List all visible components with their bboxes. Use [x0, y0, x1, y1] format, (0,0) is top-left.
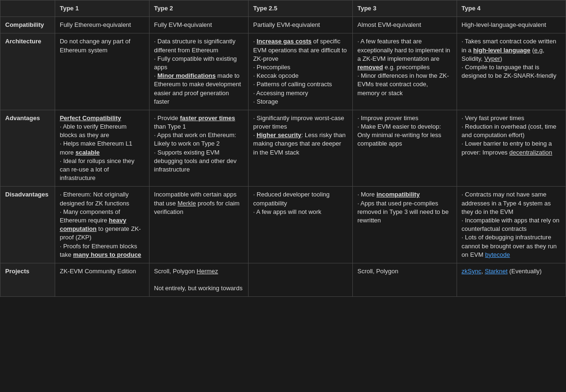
cell-1-3: · A few features that are exceptionally … [352, 33, 457, 110]
cell-4-1: Scroll, Polygon HermezNot entirely, but … [149, 263, 248, 297]
cell-1-1: · Data structure is significantly differ… [149, 33, 248, 110]
row-label-2: Advantages [0, 110, 55, 187]
table-row: Disadvantages· Ethereum: Not originally … [0, 187, 566, 263]
cell-3-4: · Contracts may not have same addresses … [457, 187, 566, 263]
cell-0-0: Fully Ethereum-equivalent [55, 17, 149, 33]
row-label-4: Projects [0, 263, 55, 297]
cell-2-2: · Significantly improve worst-case prove… [248, 110, 352, 187]
header-type-1: Type 1 [55, 0, 149, 17]
header-type-5: Type 4 [457, 0, 566, 17]
cell-2-0: Perfect Compatibility· Able to verify Et… [55, 110, 149, 187]
table-row: CompatibilityFully Ethereum-equivalentFu… [0, 17, 566, 33]
cell-3-2: · Reduced developer tooling compatibilit… [248, 187, 352, 263]
table-row: ArchitectureDo not change any part of Et… [0, 33, 566, 110]
cell-4-4: zkSync, Starknet (Eventually) [457, 263, 566, 297]
cell-4-3: Scroll, Polygon [352, 263, 457, 297]
header-empty [0, 0, 55, 17]
row-label-0: Compatibility [0, 17, 55, 33]
cell-0-2: Partially EVM-equivalent [248, 17, 352, 33]
main-table-wrapper: Type 1Type 2Type 2.5Type 3Type 4 Compati… [0, 0, 566, 297]
cell-4-2 [248, 263, 352, 297]
cell-3-1: Incompatible with certain apps that use … [149, 187, 248, 263]
cell-2-1: · Provide faster prover times than Type … [149, 110, 248, 187]
header-type-4: Type 3 [352, 0, 457, 17]
cell-0-1: Fully EVM-equivalent [149, 17, 248, 33]
table-row: AdvantagesPerfect Compatibility· Able to… [0, 110, 566, 187]
cell-1-4: · Takes smart contract code written in a… [457, 33, 566, 110]
cell-0-4: High-level-language-equivalent [457, 17, 566, 33]
cell-4-0: ZK-EVM Community Edition [55, 263, 149, 297]
cell-1-0: Do not change any part of Ethereum syste… [55, 33, 149, 110]
cell-3-0: · Ethereum: Not originally designed for … [55, 187, 149, 263]
header-type-3: Type 2.5 [248, 0, 352, 17]
comparison-table: Type 1Type 2Type 2.5Type 3Type 4 Compati… [0, 0, 566, 297]
cell-0-3: Almost EVM-equivalent [352, 17, 457, 33]
cell-1-2: · Increase gas costs of specific EVM ope… [248, 33, 352, 110]
header-type-2: Type 2 [149, 0, 248, 17]
table-row: ProjectsZK-EVM Community EditionScroll, … [0, 263, 566, 297]
row-label-3: Disadvantages [0, 187, 55, 263]
cell-2-3: · Improve prover times· Make EVM easier … [352, 110, 457, 187]
cell-2-4: · Very fast prover times· Reduction in o… [457, 110, 566, 187]
cell-3-3: · More incompatibility· Apps that used p… [352, 187, 457, 263]
row-label-1: Architecture [0, 33, 55, 110]
